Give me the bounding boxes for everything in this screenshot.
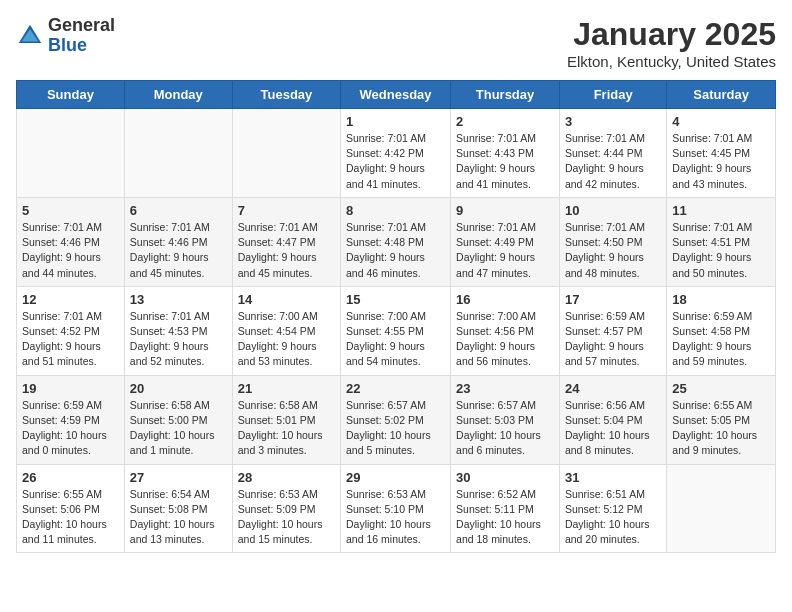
calendar-cell: 22Sunrise: 6:57 AM Sunset: 5:02 PM Dayli… — [341, 375, 451, 464]
calendar-cell: 6Sunrise: 7:01 AM Sunset: 4:46 PM Daylig… — [124, 197, 232, 286]
calendar-cell: 29Sunrise: 6:53 AM Sunset: 5:10 PM Dayli… — [341, 464, 451, 553]
day-number: 17 — [565, 292, 661, 307]
day-number: 31 — [565, 470, 661, 485]
day-info: Sunrise: 6:59 AM Sunset: 4:58 PM Dayligh… — [672, 309, 770, 370]
day-info: Sunrise: 7:01 AM Sunset: 4:53 PM Dayligh… — [130, 309, 227, 370]
month-title: January 2025 — [567, 16, 776, 53]
day-number: 22 — [346, 381, 445, 396]
calendar-cell — [667, 464, 776, 553]
day-info: Sunrise: 7:01 AM Sunset: 4:45 PM Dayligh… — [672, 131, 770, 192]
weekday-header: Friday — [559, 81, 666, 109]
calendar-cell: 18Sunrise: 6:59 AM Sunset: 4:58 PM Dayli… — [667, 286, 776, 375]
calendar-cell: 30Sunrise: 6:52 AM Sunset: 5:11 PM Dayli… — [451, 464, 560, 553]
weekday-header: Saturday — [667, 81, 776, 109]
calendar-cell: 16Sunrise: 7:00 AM Sunset: 4:56 PM Dayli… — [451, 286, 560, 375]
logo-icon — [16, 22, 44, 50]
calendar-header-row: SundayMondayTuesdayWednesdayThursdayFrid… — [17, 81, 776, 109]
calendar-cell — [17, 109, 125, 198]
day-number: 9 — [456, 203, 554, 218]
day-info: Sunrise: 7:00 AM Sunset: 4:56 PM Dayligh… — [456, 309, 554, 370]
calendar-cell: 4Sunrise: 7:01 AM Sunset: 4:45 PM Daylig… — [667, 109, 776, 198]
calendar-table: SundayMondayTuesdayWednesdayThursdayFrid… — [16, 80, 776, 553]
calendar-cell: 24Sunrise: 6:56 AM Sunset: 5:04 PM Dayli… — [559, 375, 666, 464]
day-info: Sunrise: 7:01 AM Sunset: 4:43 PM Dayligh… — [456, 131, 554, 192]
day-info: Sunrise: 6:59 AM Sunset: 4:59 PM Dayligh… — [22, 398, 119, 459]
day-number: 2 — [456, 114, 554, 129]
day-number: 11 — [672, 203, 770, 218]
calendar-cell — [124, 109, 232, 198]
calendar-cell: 12Sunrise: 7:01 AM Sunset: 4:52 PM Dayli… — [17, 286, 125, 375]
calendar-cell: 19Sunrise: 6:59 AM Sunset: 4:59 PM Dayli… — [17, 375, 125, 464]
day-info: Sunrise: 7:01 AM Sunset: 4:46 PM Dayligh… — [22, 220, 119, 281]
calendar-cell: 13Sunrise: 7:01 AM Sunset: 4:53 PM Dayli… — [124, 286, 232, 375]
day-number: 13 — [130, 292, 227, 307]
day-info: Sunrise: 7:01 AM Sunset: 4:50 PM Dayligh… — [565, 220, 661, 281]
calendar-cell: 5Sunrise: 7:01 AM Sunset: 4:46 PM Daylig… — [17, 197, 125, 286]
day-info: Sunrise: 6:58 AM Sunset: 5:01 PM Dayligh… — [238, 398, 335, 459]
calendar-cell: 31Sunrise: 6:51 AM Sunset: 5:12 PM Dayli… — [559, 464, 666, 553]
calendar-cell — [232, 109, 340, 198]
calendar-cell: 7Sunrise: 7:01 AM Sunset: 4:47 PM Daylig… — [232, 197, 340, 286]
calendar-cell: 3Sunrise: 7:01 AM Sunset: 4:44 PM Daylig… — [559, 109, 666, 198]
logo-general-text: General — [48, 16, 115, 36]
day-info: Sunrise: 6:59 AM Sunset: 4:57 PM Dayligh… — [565, 309, 661, 370]
title-block: January 2025 Elkton, Kentucky, United St… — [567, 16, 776, 70]
day-number: 3 — [565, 114, 661, 129]
calendar-cell: 17Sunrise: 6:59 AM Sunset: 4:57 PM Dayli… — [559, 286, 666, 375]
day-number: 15 — [346, 292, 445, 307]
day-number: 29 — [346, 470, 445, 485]
day-info: Sunrise: 7:01 AM Sunset: 4:46 PM Dayligh… — [130, 220, 227, 281]
day-number: 10 — [565, 203, 661, 218]
calendar-week-row: 19Sunrise: 6:59 AM Sunset: 4:59 PM Dayli… — [17, 375, 776, 464]
day-number: 6 — [130, 203, 227, 218]
day-info: Sunrise: 6:51 AM Sunset: 5:12 PM Dayligh… — [565, 487, 661, 548]
logo: General Blue — [16, 16, 115, 56]
day-number: 5 — [22, 203, 119, 218]
weekday-header: Wednesday — [341, 81, 451, 109]
calendar-week-row: 1Sunrise: 7:01 AM Sunset: 4:42 PM Daylig… — [17, 109, 776, 198]
day-info: Sunrise: 7:00 AM Sunset: 4:54 PM Dayligh… — [238, 309, 335, 370]
day-number: 12 — [22, 292, 119, 307]
weekday-header: Sunday — [17, 81, 125, 109]
day-number: 21 — [238, 381, 335, 396]
location-text: Elkton, Kentucky, United States — [567, 53, 776, 70]
calendar-cell: 14Sunrise: 7:00 AM Sunset: 4:54 PM Dayli… — [232, 286, 340, 375]
day-number: 18 — [672, 292, 770, 307]
weekday-header: Thursday — [451, 81, 560, 109]
calendar-week-row: 26Sunrise: 6:55 AM Sunset: 5:06 PM Dayli… — [17, 464, 776, 553]
day-number: 1 — [346, 114, 445, 129]
day-info: Sunrise: 6:53 AM Sunset: 5:09 PM Dayligh… — [238, 487, 335, 548]
day-info: Sunrise: 6:55 AM Sunset: 5:05 PM Dayligh… — [672, 398, 770, 459]
day-info: Sunrise: 6:53 AM Sunset: 5:10 PM Dayligh… — [346, 487, 445, 548]
day-info: Sunrise: 7:01 AM Sunset: 4:44 PM Dayligh… — [565, 131, 661, 192]
day-number: 27 — [130, 470, 227, 485]
day-number: 20 — [130, 381, 227, 396]
day-number: 7 — [238, 203, 335, 218]
calendar-cell: 15Sunrise: 7:00 AM Sunset: 4:55 PM Dayli… — [341, 286, 451, 375]
day-number: 23 — [456, 381, 554, 396]
day-number: 30 — [456, 470, 554, 485]
calendar-cell: 20Sunrise: 6:58 AM Sunset: 5:00 PM Dayli… — [124, 375, 232, 464]
calendar-week-row: 5Sunrise: 7:01 AM Sunset: 4:46 PM Daylig… — [17, 197, 776, 286]
calendar-cell: 26Sunrise: 6:55 AM Sunset: 5:06 PM Dayli… — [17, 464, 125, 553]
day-info: Sunrise: 6:55 AM Sunset: 5:06 PM Dayligh… — [22, 487, 119, 548]
logo-blue-text: Blue — [48, 36, 115, 56]
calendar-cell: 8Sunrise: 7:01 AM Sunset: 4:48 PM Daylig… — [341, 197, 451, 286]
day-info: Sunrise: 7:00 AM Sunset: 4:55 PM Dayligh… — [346, 309, 445, 370]
calendar-cell: 1Sunrise: 7:01 AM Sunset: 4:42 PM Daylig… — [341, 109, 451, 198]
day-info: Sunrise: 7:01 AM Sunset: 4:47 PM Dayligh… — [238, 220, 335, 281]
day-number: 28 — [238, 470, 335, 485]
day-number: 16 — [456, 292, 554, 307]
weekday-header: Monday — [124, 81, 232, 109]
day-info: Sunrise: 7:01 AM Sunset: 4:49 PM Dayligh… — [456, 220, 554, 281]
weekday-header: Tuesday — [232, 81, 340, 109]
day-info: Sunrise: 7:01 AM Sunset: 4:52 PM Dayligh… — [22, 309, 119, 370]
calendar-cell: 23Sunrise: 6:57 AM Sunset: 5:03 PM Dayli… — [451, 375, 560, 464]
day-number: 14 — [238, 292, 335, 307]
calendar-cell: 28Sunrise: 6:53 AM Sunset: 5:09 PM Dayli… — [232, 464, 340, 553]
day-info: Sunrise: 7:01 AM Sunset: 4:48 PM Dayligh… — [346, 220, 445, 281]
day-number: 8 — [346, 203, 445, 218]
day-number: 4 — [672, 114, 770, 129]
day-info: Sunrise: 6:52 AM Sunset: 5:11 PM Dayligh… — [456, 487, 554, 548]
day-info: Sunrise: 6:58 AM Sunset: 5:00 PM Dayligh… — [130, 398, 227, 459]
